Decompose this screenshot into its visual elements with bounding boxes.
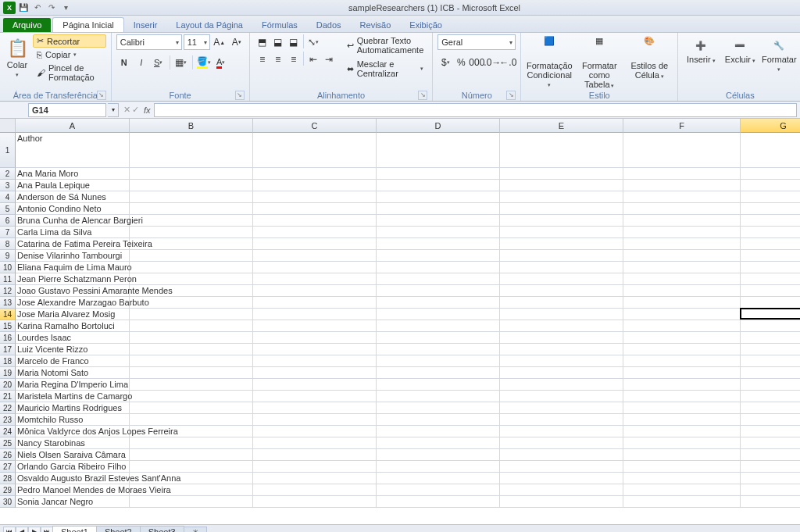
cell-A6[interactable]: Bruna Cunha de Alencar Bargieri — [16, 215, 130, 227]
excel-icon[interactable]: X — [3, 2, 16, 14]
cell-E5[interactable] — [500, 203, 623, 215]
cell-B30[interactable] — [130, 496, 253, 508]
cell-D22[interactable] — [377, 402, 500, 414]
conditional-formatting-button[interactable]: 🟦 Formatação Condicional ▾ — [526, 34, 573, 88]
cell-D4[interactable] — [377, 191, 500, 203]
row-header-19[interactable]: 19 — [0, 367, 16, 379]
formula-input[interactable] — [154, 103, 797, 117]
cell-E12[interactable] — [500, 285, 623, 297]
cell-A28[interactable]: Osvaldo Augusto Brazil Esteves Sant'Anna — [16, 473, 130, 484]
cell-B10[interactable] — [130, 262, 253, 273]
row-header-26[interactable]: 26 — [0, 449, 16, 461]
tab-data[interactable]: Dados — [307, 18, 351, 32]
number-format-combo[interactable]: Geral — [438, 34, 516, 50]
cell-E6[interactable] — [500, 215, 623, 227]
cell-B8[interactable] — [130, 238, 253, 250]
cell-A23[interactable]: Momtchilo Russo — [16, 414, 130, 426]
cell-F12[interactable] — [623, 285, 741, 297]
cell-B24[interactable] — [130, 426, 253, 437]
font-name-combo[interactable]: Calibri — [116, 34, 182, 50]
cell-F8[interactable] — [623, 238, 741, 250]
cell-G30[interactable] — [741, 496, 800, 508]
cell-E11[interactable] — [500, 273, 623, 285]
cell-G18[interactable] — [741, 355, 800, 367]
cell-C18[interactable] — [253, 355, 377, 367]
sheet-tab-3[interactable]: Sheet3 — [140, 526, 184, 532]
sheet-tab-add[interactable]: ✳ — [184, 527, 207, 533]
tab-home[interactable]: Página Inicial — [52, 17, 123, 32]
cell-A9[interactable]: Denise Vilarinho Tambourgi — [16, 250, 130, 262]
orientation-button[interactable]: ⤡▾ — [305, 34, 321, 50]
cell-D30[interactable] — [377, 496, 500, 508]
cancel-formula-icon[interactable]: ✕ — [123, 105, 130, 115]
undo-icon[interactable]: ↶ — [31, 2, 44, 14]
tab-file[interactable]: Arquivo — [3, 18, 51, 32]
cell-F24[interactable] — [623, 426, 741, 437]
cell-A5[interactable]: Antonio Condino Neto — [16, 203, 130, 215]
cell-C6[interactable] — [253, 215, 377, 227]
row-header-28[interactable]: 28 — [0, 473, 16, 484]
cell-C28[interactable] — [253, 473, 377, 484]
cell-B6[interactable] — [130, 215, 253, 227]
cell-D5[interactable] — [377, 203, 500, 215]
cell-B12[interactable] — [130, 285, 253, 297]
cell-G24[interactable] — [741, 426, 800, 437]
font-launcher[interactable]: ↘ — [235, 91, 245, 100]
cell-G8[interactable] — [741, 238, 800, 250]
cell-F22[interactable] — [623, 402, 741, 414]
cell-C16[interactable] — [253, 332, 377, 344]
cell-D10[interactable] — [377, 262, 500, 273]
percent-format-button[interactable]: % — [453, 55, 469, 70]
cell-G19[interactable] — [741, 367, 800, 379]
cell-G2[interactable] — [741, 168, 800, 180]
number-launcher[interactable]: ↘ — [506, 91, 516, 100]
cell-B14[interactable] — [130, 309, 253, 320]
cell-F19[interactable] — [623, 367, 741, 379]
cell-A8[interactable]: Catarina de Fatima Pereira Teixeira — [16, 238, 130, 250]
cell-D28[interactable] — [377, 473, 500, 484]
cell-C19[interactable] — [253, 367, 377, 379]
column-header-B[interactable]: B — [130, 119, 253, 133]
cell-G21[interactable] — [741, 391, 800, 402]
cell-B29[interactable] — [130, 484, 253, 496]
cell-G3[interactable] — [741, 180, 800, 191]
delete-cells-button[interactable]: ➖ Excluir ▾ — [722, 34, 758, 64]
cell-C15[interactable] — [253, 320, 377, 332]
cell-F26[interactable] — [623, 449, 741, 461]
align-right-button[interactable]: ≡ — [286, 52, 302, 67]
cell-E24[interactable] — [500, 426, 623, 437]
cell-C12[interactable] — [253, 285, 377, 297]
row-header-15[interactable]: 15 — [0, 320, 16, 332]
cell-E30[interactable] — [500, 496, 623, 508]
cell-B19[interactable] — [130, 367, 253, 379]
cell-A21[interactable]: Maristela Martins de Camargo — [16, 391, 130, 402]
cell-D25[interactable] — [377, 437, 500, 449]
cell-E17[interactable] — [500, 344, 623, 355]
font-size-combo[interactable]: 11 — [184, 34, 210, 50]
cell-F5[interactable] — [623, 203, 741, 215]
row-header-8[interactable]: 8 — [0, 238, 16, 250]
tab-insert[interactable]: Inserir — [124, 18, 167, 32]
cell-B4[interactable] — [130, 191, 253, 203]
cell-A30[interactable]: Sonia Jancar Negro — [16, 496, 130, 508]
cell-C4[interactable] — [253, 191, 377, 203]
cell-F3[interactable] — [623, 180, 741, 191]
cell-G23[interactable] — [741, 414, 800, 426]
cell-F20[interactable] — [623, 379, 741, 391]
cell-D24[interactable] — [377, 426, 500, 437]
cell-C13[interactable] — [253, 297, 377, 309]
row-header-13[interactable]: 13 — [0, 297, 16, 309]
italic-button[interactable]: I — [134, 55, 149, 70]
cell-E1[interactable] — [500, 133, 623, 168]
tab-review[interactable]: Revisão — [351, 18, 401, 32]
cell-C1[interactable] — [253, 133, 377, 168]
cell-A26[interactable]: Niels Olsen Saraiva Câmara — [16, 449, 130, 461]
cell-D2[interactable] — [377, 168, 500, 180]
cell-D13[interactable] — [377, 297, 500, 309]
cell-F1[interactable] — [623, 133, 741, 168]
cell-D7[interactable] — [377, 227, 500, 238]
cell-A15[interactable]: Karina Ramalho Bortoluci — [16, 320, 130, 332]
wrap-text-button[interactable]: ↩ Quebrar Texto Automaticamente — [343, 34, 428, 56]
sheet-tab-2[interactable]: Sheet2 — [96, 526, 141, 532]
cell-C17[interactable] — [253, 344, 377, 355]
